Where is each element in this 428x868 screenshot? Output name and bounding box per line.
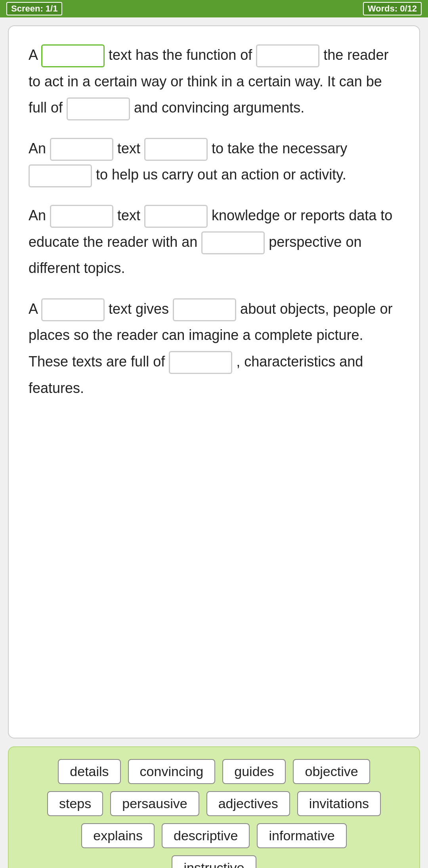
word-chip-convincing[interactable]: convincing [128, 759, 216, 784]
top-bar: Screen: 1/1 Words: 0/12 [0, 0, 428, 17]
sentence-block-1: A text has the function of the reader to… [29, 42, 399, 121]
sentence-1-text: A text has the function of the reader to… [29, 42, 399, 121]
sentence-block-3: An text knowledge or reports data to edu… [29, 202, 399, 282]
input-box-11[interactable] [173, 298, 236, 321]
input-box-10[interactable] [41, 298, 105, 321]
word-bank-row-4: instructive [21, 855, 407, 868]
word-chip-guides[interactable]: guides [222, 759, 286, 784]
word-chip-invitations[interactable]: invitations [297, 791, 381, 816]
sentence-3-text: An text knowledge or reports data to edu… [29, 202, 399, 282]
input-box-1[interactable] [41, 44, 105, 67]
sentence-2-text: An text to take the necessary to help us… [29, 135, 399, 188]
screen-label: Screen: 1/1 [6, 2, 62, 15]
input-box-3[interactable] [67, 97, 130, 120]
word-chip-adjectives[interactable]: adjectives [206, 791, 290, 816]
word-chip-explains[interactable]: explains [81, 823, 155, 848]
input-box-12[interactable] [169, 351, 232, 374]
word-chip-instructive[interactable]: instructive [172, 855, 256, 868]
word-chip-objective[interactable]: objective [293, 759, 370, 784]
word-bank: details convincing guides objective step… [8, 746, 420, 868]
word-bank-row-3: explains descriptive informative [21, 823, 407, 848]
words-label: Words: 0/12 [363, 2, 422, 15]
sentence-block-2: An text to take the necessary to help us… [29, 135, 399, 188]
sentence-block-4: A text gives about objects, people or pl… [29, 296, 399, 401]
input-box-6[interactable] [29, 164, 92, 187]
input-box-5[interactable] [144, 138, 208, 161]
word-bank-row-1: details convincing guides objective [21, 759, 407, 784]
main-card: A text has the function of the reader to… [8, 25, 420, 738]
input-box-8[interactable] [144, 205, 208, 228]
word-bank-row-2: steps persausive adjectives invitations [21, 791, 407, 816]
word-chip-persausive[interactable]: persausive [110, 791, 199, 816]
word-chip-informative[interactable]: informative [257, 823, 346, 848]
word-chip-steps[interactable]: steps [47, 791, 103, 816]
word-chip-details[interactable]: details [58, 759, 120, 784]
word-chip-descriptive[interactable]: descriptive [162, 823, 250, 848]
input-box-4[interactable] [50, 138, 113, 161]
sentence-4-text: A text gives about objects, people or pl… [29, 296, 399, 401]
input-box-7[interactable] [50, 205, 113, 228]
input-box-9[interactable] [201, 231, 265, 254]
input-box-2[interactable] [256, 44, 319, 67]
